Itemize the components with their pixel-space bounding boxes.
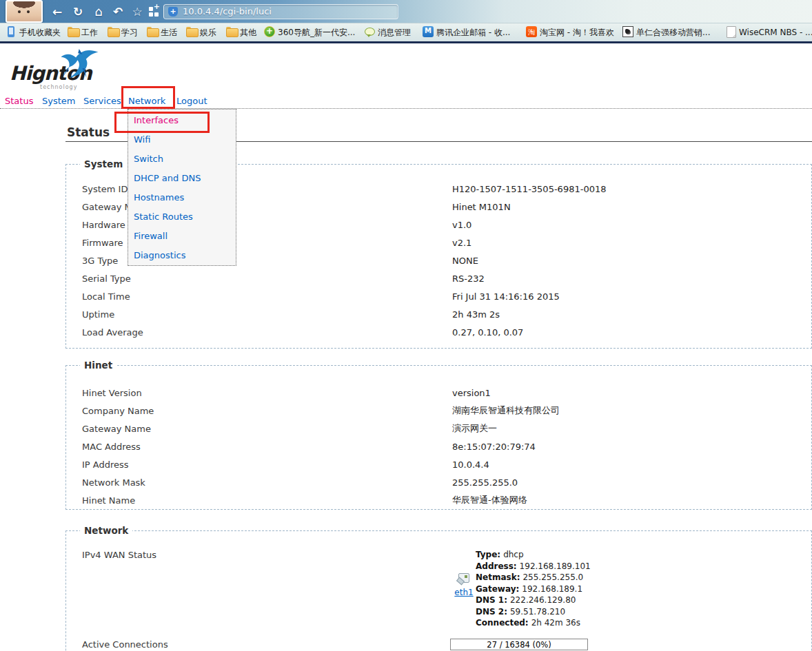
bookmark-item[interactable]: 淘宝网 - 淘！我喜欢	[526, 26, 614, 39]
active-connections-row: Active Connections 27 / 16384 (0%)	[66, 636, 811, 651]
table-row: Load Average0.27, 0.10, 0.07	[66, 323, 811, 341]
connections-progress-text: 27 / 16384 (0%)	[451, 639, 587, 650]
table-row: Hinet Versionversion1	[66, 384, 811, 402]
field-label: Gateway Name	[66, 424, 452, 434]
wan-status-row: IPv4 WAN Status eth1 Type:dhcp Address:1…	[66, 548, 811, 629]
folder-icon	[147, 26, 158, 37]
bookmark-label: 腾讯企业邮箱 - 收...	[436, 28, 510, 37]
screen: 10.0.4.4/cgi-bin/luci 手机收藏夹 工作 学习 生活 娱乐 …	[0, 0, 812, 651]
field-value: Fri Jul 31 14:16:16 2015	[452, 291, 560, 302]
bookmark-item[interactable]: 工作	[68, 26, 98, 39]
field-label: Hardware	[66, 220, 452, 230]
mail-icon	[423, 26, 434, 37]
field-label: Local Time	[66, 291, 452, 302]
menu-item-static-routes[interactable]: Static Routes	[128, 207, 236, 227]
apps-grid-icon[interactable]	[149, 7, 159, 17]
nav-services[interactable]: Services	[83, 96, 121, 106]
bookmark-item[interactable]: 单仁合强移动营销...	[622, 26, 710, 39]
table-row: Uptime2h 43m 2s	[66, 305, 811, 323]
highlight-box-network	[121, 86, 175, 109]
menu-item-switch[interactable]: Switch	[128, 149, 236, 169]
table-row: Local TimeFri Jul 31 14:16:16 2015	[66, 287, 811, 305]
table-row: Gateway Name演示网关一	[66, 420, 811, 437]
wan-value: 222.246.129.80	[510, 595, 576, 605]
nav-system[interactable]: System	[42, 96, 75, 106]
bookmark-label: 手机收藏夹	[19, 28, 61, 37]
field-value: 湖南华辰智通科技有限公司	[452, 404, 560, 417]
bookmark-item[interactable]: 其他	[226, 26, 256, 39]
field-label: Hinet Version	[66, 388, 452, 398]
field-label: System ID	[66, 184, 452, 194]
bookmark-item[interactable]: 360导航_新一代安...	[264, 26, 355, 39]
wan-key: Type:	[476, 550, 500, 559]
field-label: Company Name	[66, 406, 452, 416]
field-label: Firmware	[66, 238, 452, 248]
bookmark-item[interactable]: 生活	[147, 26, 177, 39]
browser-toolbar: 10.0.4.4/cgi-bin/luci	[0, 0, 812, 23]
user-avatar[interactable]	[6, 0, 43, 23]
field-label: IPv4 WAN Status	[66, 548, 452, 560]
refresh-icon[interactable]	[69, 3, 87, 20]
field-value: NONE	[452, 256, 478, 266]
menu-item-hostnames[interactable]: Hostnames	[128, 188, 236, 207]
window-border	[0, 41, 812, 43]
folder-icon	[226, 26, 237, 37]
highlight-box-interfaces	[114, 112, 210, 133]
bookmark-label: 娱乐	[200, 28, 216, 37]
field-label: MAC Address	[66, 442, 452, 452]
field-value: 255.255.255.0	[452, 477, 518, 488]
menu-item-dhcp-and-dns[interactable]: DHCP and DNS	[128, 169, 236, 188]
section-hinet: Hinet Hinet Versionversion1 Company Name…	[65, 365, 812, 510]
menu-item-firewall[interactable]: Firewall	[128, 227, 236, 246]
bookmark-item[interactable]: 手机收藏夹	[6, 26, 61, 39]
field-value: H120-1507-1511-3505-6981-0018	[452, 184, 606, 194]
wan-key: Address:	[476, 561, 517, 571]
bookmark-label: 淘宝网 - 淘！我喜欢	[540, 28, 614, 37]
bookmark-item[interactable]: 学习	[108, 26, 138, 39]
menu-item-wifi[interactable]: Wifi	[128, 130, 236, 149]
eth-interface-icon[interactable]	[458, 573, 469, 583]
field-label: Network Mask	[66, 477, 452, 488]
site-shield-icon[interactable]	[168, 7, 178, 17]
field-label: Load Average	[66, 327, 452, 338]
table-row: MAC Address8e:15:07:20:79:74	[66, 437, 811, 455]
wan-key: Connected:	[476, 618, 529, 628]
wan-key: DNS 2:	[476, 607, 507, 617]
bookmark-label: 消息管理	[378, 28, 411, 37]
table-row: Hinet Name华辰智通-体验网络	[66, 491, 811, 509]
field-label: IP Address	[66, 459, 452, 470]
undo-icon[interactable]	[109, 3, 127, 20]
wan-key: Gateway:	[476, 584, 519, 594]
table-row: Company Name湖南华辰智通科技有限公司	[66, 402, 811, 420]
field-value: 0.27, 0.10, 0.07	[452, 327, 523, 338]
360-icon	[264, 26, 275, 37]
folder-icon	[186, 26, 197, 37]
home-icon[interactable]	[90, 3, 108, 20]
eth1-link[interactable]: eth1	[452, 588, 476, 597]
bookmark-item[interactable]: 腾讯企业邮箱 - 收...	[423, 26, 510, 39]
bookmark-item[interactable]: WiseCRM NBS - ...	[725, 26, 812, 39]
bookmark-label: 生活	[161, 28, 177, 37]
url-text[interactable]: 10.0.4.4/cgi-bin/luci	[183, 6, 272, 17]
bookmark-item[interactable]: 娱乐	[186, 26, 216, 39]
bookmark-label: 其他	[240, 28, 256, 37]
nav-logout[interactable]: Logout	[176, 96, 207, 106]
field-label: Hinet Name	[66, 495, 452, 506]
address-bar[interactable]: 10.0.4.4/cgi-bin/luci	[163, 4, 398, 19]
wan-value: 59.51.78.210	[510, 607, 565, 617]
folder-icon	[108, 26, 119, 37]
table-row: IP Address10.0.4.4	[66, 455, 811, 473]
back-icon[interactable]	[48, 3, 66, 20]
table-row: Network Mask255.255.255.0	[66, 473, 811, 491]
table-row: Serial TypeRS-232	[66, 269, 811, 287]
wan-value: 255.255.255.0	[522, 572, 583, 582]
menu-item-diagnostics[interactable]: Diagnostics	[128, 246, 236, 265]
wan-value: 192.168.189.1	[522, 584, 582, 594]
field-label: 3G Type	[66, 256, 452, 266]
field-value: version1	[452, 388, 491, 398]
field-label: Serial Type	[66, 273, 452, 284]
nav-status[interactable]: Status	[5, 96, 33, 106]
section-network: Network IPv4 WAN Status eth1 Type:dhcp A…	[65, 530, 812, 651]
favorite-star-icon[interactable]	[128, 3, 146, 20]
bookmark-item[interactable]: 消息管理	[364, 26, 411, 39]
